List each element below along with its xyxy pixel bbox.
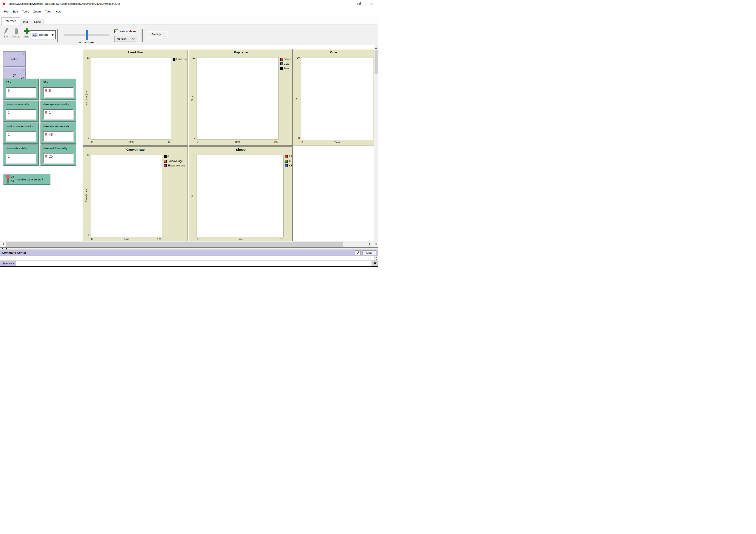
delete-widget-button[interactable]: Delete [11, 27, 21, 38]
scroll-down-button[interactable] [374, 242, 378, 246]
legend-swatch-icon [285, 164, 288, 167]
legend-label: IS [288, 160, 291, 163]
command-center-resize-button[interactable] [355, 250, 361, 255]
tab-info[interactable]: Info [20, 19, 31, 25]
agent-type-dropdown[interactable] [371, 261, 378, 266]
window-controls: × [339, 0, 378, 8]
y-axis-min: 0 [84, 136, 90, 139]
view-updates-checkbox[interactable]: ✓ [115, 30, 118, 33]
menu-item-file[interactable]: File [2, 9, 11, 14]
legend-swatch-icon [281, 67, 283, 70]
restore-button[interactable] [352, 0, 365, 8]
legend-item: Total [281, 67, 291, 70]
vertical-scrollbar-thumb[interactable] [375, 50, 378, 74]
plot-title: Growth-rate [83, 148, 187, 151]
switch-knob[interactable] [6, 175, 10, 178]
vertical-scrollbar[interactable] [374, 45, 378, 247]
scroll-left-button[interactable] [0, 241, 6, 247]
horizontal-scrollbar[interactable] [0, 241, 374, 247]
legend-label: Sheep [284, 58, 291, 61]
command-center-splitter[interactable] [0, 247, 378, 250]
menu-item-zoom[interactable]: Zoom [31, 9, 43, 14]
interface-viewport: S setup G go CBa 0 SBa 0.8 cow-young-mor… [0, 45, 378, 247]
command-input[interactable] [16, 261, 371, 266]
y-axis-min: 0 [190, 136, 195, 139]
switch-on-label: On [11, 175, 14, 178]
legend-swatch-icon [164, 164, 167, 167]
splitter-down-icon[interactable] [6, 248, 7, 249]
menu-item-help[interactable]: Help [53, 9, 64, 14]
y-axis-label: Land use (ha) [85, 77, 88, 120]
scroll-up-icon [375, 47, 377, 49]
input-label: cow-immature-mortality [6, 125, 37, 128]
command-center-header: Command Center Clear [0, 250, 378, 256]
input-field[interactable]: 0 [6, 87, 37, 98]
command-center-output[interactable] [0, 256, 378, 261]
input-cba: CBa 0 [3, 79, 39, 100]
plus-icon [24, 27, 30, 34]
plot-area [197, 57, 279, 140]
settings-button[interactable]: Settings... [147, 31, 168, 38]
input-field[interactable]: 0.48 [43, 131, 74, 142]
menu-item-tabs[interactable]: Tabs [43, 9, 53, 14]
x-axis-max: 100 [269, 140, 278, 143]
widget-type-dropdown[interactable]: abc Button [30, 31, 56, 39]
input-cow-adult-mortality: cow-adult-mortality 1 [3, 145, 39, 165]
minimize-button[interactable] [339, 0, 352, 8]
menu-item-tools[interactable]: Tools [20, 9, 31, 14]
edit-widget-button[interactable]: Edit [1, 27, 11, 38]
legend-label: Cow [284, 62, 289, 65]
setup-button[interactable]: S setup [3, 52, 26, 67]
legend-label: YS [288, 164, 292, 167]
splitter-up-icon[interactable] [2, 248, 3, 249]
chevron-down-icon [132, 37, 134, 39]
input-field[interactable]: 1 [6, 153, 37, 164]
update-mode-dropdown[interactable]: on ticks [115, 36, 136, 42]
plot-title: Cow [293, 50, 374, 54]
title-bar: Sheep&CattleHerdDynamics - NetLogo {C:\U… [0, 0, 378, 8]
scroll-right-button[interactable] [367, 241, 373, 247]
y-axis-label: N [191, 174, 194, 217]
x-axis-label: Time [197, 238, 284, 241]
plot-legend: 0Cow averageSheep average [164, 155, 185, 167]
enable-catastrophe-switch[interactable]: On Off enable-catastrophe? [3, 174, 50, 185]
output-scrollbar[interactable] [374, 256, 378, 261]
input-sheep-young-mortality: sheep-young-mortality 0.1 [41, 101, 76, 122]
input-field[interactable]: 1 [6, 109, 37, 120]
input-field[interactable]: 0.8 [43, 87, 74, 98]
speed-slider-handle[interactable] [86, 30, 88, 39]
y-axis-max: 10 [84, 56, 90, 59]
close-button[interactable]: × [365, 0, 378, 8]
input-sba: SBa 0.8 [41, 79, 76, 100]
input-field[interactable]: 0.1 [43, 109, 74, 120]
legend-label: 0 [168, 155, 169, 158]
y-axis-max: 10 [190, 56, 195, 59]
switch-name-label: enable-catastrophe? [17, 178, 43, 181]
legend-item: Cow [281, 62, 291, 65]
tab-interface[interactable]: Interface [1, 17, 20, 25]
legend-label: Total [284, 67, 289, 70]
output-scroll-up-icon[interactable] [375, 256, 377, 258]
legend-label: Cow average [168, 160, 183, 163]
output-scroll-down-icon[interactable] [375, 259, 377, 260]
input-field[interactable]: 0.25 [43, 153, 74, 164]
input-label: sheep-immature-morta... [43, 125, 74, 128]
horizontal-scrollbar-thumb[interactable] [6, 242, 343, 247]
x-axis-label: Time [197, 140, 279, 143]
clear-button[interactable]: Clear [363, 250, 376, 255]
legend-label: Land use [176, 58, 187, 61]
input-label: CBa [6, 81, 37, 84]
x-axis-label: Time [91, 140, 171, 143]
setup-shortcut-key: S [22, 53, 24, 56]
input-field[interactable]: 1 [6, 131, 37, 142]
menu-item-edit[interactable]: Edit [11, 9, 20, 14]
restore-icon [358, 3, 360, 5]
legend-item: Sheep average [164, 164, 185, 167]
legend-swatch-icon [173, 58, 176, 61]
scroll-up-button[interactable] [374, 46, 378, 50]
tab-code[interactable]: Code [31, 19, 44, 25]
plot-title: Sheep [189, 148, 292, 151]
x-axis-max: 10 [161, 140, 171, 143]
x-axis-label: Time [301, 141, 373, 144]
legend-label: Sheep average [168, 164, 185, 167]
